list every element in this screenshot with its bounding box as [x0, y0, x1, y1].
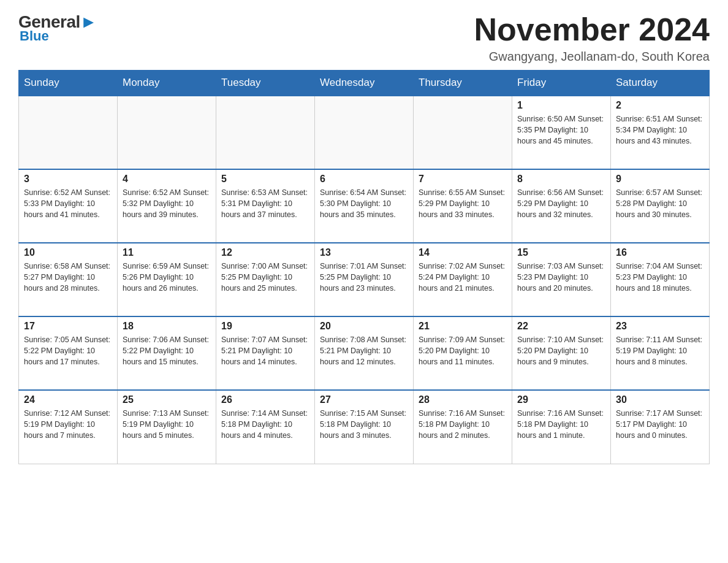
day-info: Sunrise: 6:54 AM Sunset: 5:30 PM Dayligh… — [320, 187, 408, 220]
calendar-cell: 10Sunrise: 6:58 AM Sunset: 5:27 PM Dayli… — [19, 243, 118, 316]
day-number: 24 — [24, 394, 112, 405]
calendar-cell: 22Sunrise: 7:10 AM Sunset: 5:20 PM Dayli… — [512, 316, 611, 390]
day-number: 1 — [517, 100, 605, 111]
day-info: Sunrise: 6:56 AM Sunset: 5:29 PM Dayligh… — [517, 187, 605, 220]
day-info: Sunrise: 7:03 AM Sunset: 5:23 PM Dayligh… — [517, 261, 605, 294]
day-number: 11 — [123, 247, 211, 258]
calendar-cell: 30Sunrise: 7:17 AM Sunset: 5:17 PM Dayli… — [611, 390, 710, 464]
day-info: Sunrise: 7:12 AM Sunset: 5:19 PM Dayligh… — [24, 408, 112, 441]
day-number: 28 — [419, 394, 507, 405]
day-number: 16 — [616, 247, 704, 258]
day-info: Sunrise: 6:51 AM Sunset: 5:34 PM Dayligh… — [616, 113, 704, 147]
calendar-week-row: 3Sunrise: 6:52 AM Sunset: 5:33 PM Daylig… — [19, 169, 710, 243]
day-info: Sunrise: 6:57 AM Sunset: 5:28 PM Dayligh… — [616, 187, 704, 220]
day-header-saturday: Saturday — [611, 71, 710, 96]
day-info: Sunrise: 7:16 AM Sunset: 5:18 PM Dayligh… — [419, 408, 507, 441]
day-number: 23 — [616, 321, 704, 332]
calendar-cell: 2Sunrise: 6:51 AM Sunset: 5:34 PM Daylig… — [611, 96, 710, 169]
day-info: Sunrise: 6:50 AM Sunset: 5:35 PM Dayligh… — [517, 113, 605, 147]
day-number: 3 — [24, 174, 112, 185]
calendar-cell: 18Sunrise: 7:06 AM Sunset: 5:22 PM Dayli… — [118, 316, 216, 390]
day-info: Sunrise: 7:10 AM Sunset: 5:20 PM Dayligh… — [517, 334, 605, 367]
page-header: General► Blue November 2024 Gwangyang, J… — [18, 12, 710, 64]
day-number: 17 — [24, 321, 112, 332]
day-number: 27 — [320, 394, 408, 405]
calendar-cell: 17Sunrise: 7:05 AM Sunset: 5:22 PM Dayli… — [19, 316, 118, 390]
day-number: 22 — [517, 321, 605, 332]
day-info: Sunrise: 7:01 AM Sunset: 5:25 PM Dayligh… — [320, 261, 408, 294]
day-info: Sunrise: 7:16 AM Sunset: 5:18 PM Dayligh… — [517, 408, 605, 441]
day-number: 9 — [616, 174, 704, 185]
calendar-cell: 8Sunrise: 6:56 AM Sunset: 5:29 PM Daylig… — [512, 169, 611, 243]
calendar-week-row: 10Sunrise: 6:58 AM Sunset: 5:27 PM Dayli… — [19, 243, 710, 316]
day-info: Sunrise: 6:53 AM Sunset: 5:31 PM Dayligh… — [221, 187, 309, 220]
day-info: Sunrise: 7:15 AM Sunset: 5:18 PM Dayligh… — [320, 408, 408, 441]
calendar-cell: 13Sunrise: 7:01 AM Sunset: 5:25 PM Dayli… — [315, 243, 414, 316]
month-title: November 2024 — [474, 12, 710, 47]
calendar-cell: 26Sunrise: 7:14 AM Sunset: 5:18 PM Dayli… — [216, 390, 315, 464]
calendar-cell — [19, 96, 118, 169]
calendar-cell: 15Sunrise: 7:03 AM Sunset: 5:23 PM Dayli… — [512, 243, 611, 316]
calendar-cell — [315, 96, 414, 169]
calendar-cell: 9Sunrise: 6:57 AM Sunset: 5:28 PM Daylig… — [611, 169, 710, 243]
logo: General► Blue — [18, 12, 97, 44]
calendar-cell: 23Sunrise: 7:11 AM Sunset: 5:19 PM Dayli… — [611, 316, 710, 390]
calendar-cell: 24Sunrise: 7:12 AM Sunset: 5:19 PM Dayli… — [19, 390, 118, 464]
day-header-tuesday: Tuesday — [216, 71, 315, 96]
day-info: Sunrise: 6:55 AM Sunset: 5:29 PM Dayligh… — [419, 187, 507, 220]
day-header-monday: Monday — [118, 71, 216, 96]
day-number: 15 — [517, 247, 605, 258]
calendar-table: SundayMondayTuesdayWednesdayThursdayFrid… — [18, 70, 710, 464]
calendar-cell: 4Sunrise: 6:52 AM Sunset: 5:32 PM Daylig… — [118, 169, 216, 243]
calendar-cell: 19Sunrise: 7:07 AM Sunset: 5:21 PM Dayli… — [216, 316, 315, 390]
day-info: Sunrise: 6:52 AM Sunset: 5:32 PM Dayligh… — [123, 187, 211, 220]
calendar-cell: 14Sunrise: 7:02 AM Sunset: 5:24 PM Dayli… — [414, 243, 512, 316]
calendar-cell: 20Sunrise: 7:08 AM Sunset: 5:21 PM Dayli… — [315, 316, 414, 390]
day-info: Sunrise: 7:04 AM Sunset: 5:23 PM Dayligh… — [616, 261, 704, 294]
title-area: November 2024 Gwangyang, Jeollanam-do, S… — [474, 12, 710, 64]
day-info: Sunrise: 7:02 AM Sunset: 5:24 PM Dayligh… — [419, 261, 507, 294]
day-info: Sunrise: 7:11 AM Sunset: 5:19 PM Dayligh… — [616, 334, 704, 367]
calendar-cell: 11Sunrise: 6:59 AM Sunset: 5:26 PM Dayli… — [118, 243, 216, 316]
day-number: 21 — [419, 321, 507, 332]
day-number: 25 — [123, 394, 211, 405]
location: Gwangyang, Jeollanam-do, South Korea — [474, 50, 710, 64]
calendar-cell: 7Sunrise: 6:55 AM Sunset: 5:29 PM Daylig… — [414, 169, 512, 243]
logo-blue-text: Blue — [20, 28, 49, 44]
calendar-week-row: 24Sunrise: 7:12 AM Sunset: 5:19 PM Dayli… — [19, 390, 710, 464]
day-number: 8 — [517, 174, 605, 185]
day-info: Sunrise: 7:08 AM Sunset: 5:21 PM Dayligh… — [320, 334, 408, 367]
day-number: 7 — [419, 174, 507, 185]
day-info: Sunrise: 7:00 AM Sunset: 5:25 PM Dayligh… — [221, 261, 309, 294]
calendar-week-row: 1Sunrise: 6:50 AM Sunset: 5:35 PM Daylig… — [19, 96, 710, 169]
day-info: Sunrise: 6:59 AM Sunset: 5:26 PM Dayligh… — [123, 261, 211, 294]
day-info: Sunrise: 7:07 AM Sunset: 5:21 PM Dayligh… — [221, 334, 309, 367]
calendar-cell: 12Sunrise: 7:00 AM Sunset: 5:25 PM Dayli… — [216, 243, 315, 316]
calendar-cell: 28Sunrise: 7:16 AM Sunset: 5:18 PM Dayli… — [414, 390, 512, 464]
day-number: 2 — [616, 100, 704, 111]
day-number: 5 — [221, 174, 309, 185]
day-number: 6 — [320, 174, 408, 185]
day-number: 12 — [221, 247, 309, 258]
calendar-cell — [118, 96, 216, 169]
day-number: 20 — [320, 321, 408, 332]
calendar-cell: 21Sunrise: 7:09 AM Sunset: 5:20 PM Dayli… — [414, 316, 512, 390]
calendar-cell: 6Sunrise: 6:54 AM Sunset: 5:30 PM Daylig… — [315, 169, 414, 243]
calendar-week-row: 17Sunrise: 7:05 AM Sunset: 5:22 PM Dayli… — [19, 316, 710, 390]
day-number: 19 — [221, 321, 309, 332]
day-number: 29 — [517, 394, 605, 405]
calendar-cell: 29Sunrise: 7:16 AM Sunset: 5:18 PM Dayli… — [512, 390, 611, 464]
logo-triangle-icon: ► — [80, 12, 97, 31]
day-info: Sunrise: 7:13 AM Sunset: 5:19 PM Dayligh… — [123, 408, 211, 441]
day-header-sunday: Sunday — [19, 71, 118, 96]
day-number: 14 — [419, 247, 507, 258]
calendar-cell — [216, 96, 315, 169]
day-info: Sunrise: 6:52 AM Sunset: 5:33 PM Dayligh… — [24, 187, 112, 220]
day-number: 30 — [616, 394, 704, 405]
calendar-cell: 3Sunrise: 6:52 AM Sunset: 5:33 PM Daylig… — [19, 169, 118, 243]
day-header-thursday: Thursday — [414, 71, 512, 96]
calendar-cell: 1Sunrise: 6:50 AM Sunset: 5:35 PM Daylig… — [512, 96, 611, 169]
day-number: 26 — [221, 394, 309, 405]
day-info: Sunrise: 7:14 AM Sunset: 5:18 PM Dayligh… — [221, 408, 309, 441]
calendar-cell: 27Sunrise: 7:15 AM Sunset: 5:18 PM Dayli… — [315, 390, 414, 464]
